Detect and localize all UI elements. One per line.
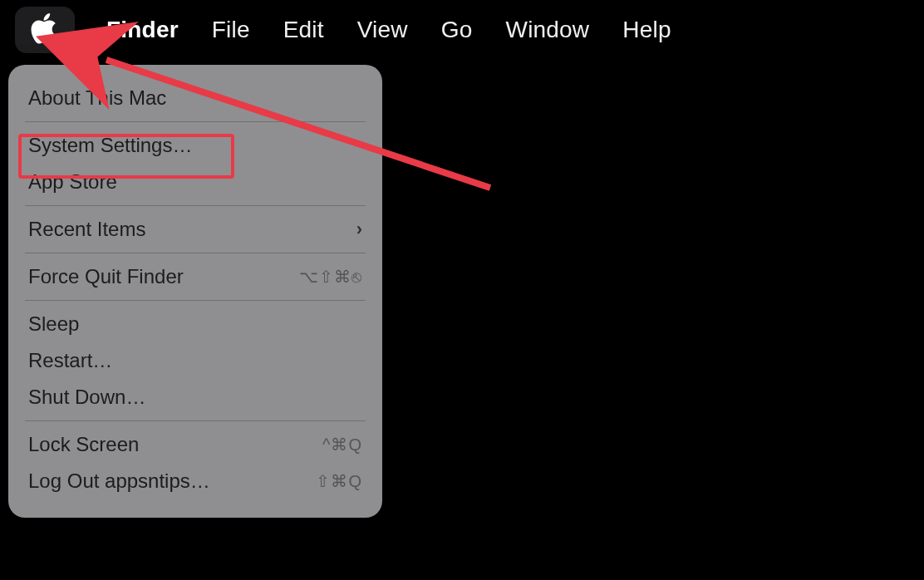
menubar-items: Finder File Edit View Go Window Help — [106, 17, 671, 43]
menubar-item-file[interactable]: File — [212, 17, 250, 43]
menu-item-label: App Store — [28, 170, 117, 194]
menubar: Finder File Edit View Go Window Help — [0, 0, 924, 60]
menubar-app-name[interactable]: Finder — [106, 17, 179, 43]
menu-item-log-out[interactable]: Log Out appsntips… ⇧⌘Q — [23, 463, 367, 499]
menu-item-label: Restart… — [28, 349, 112, 372]
menu-item-restart[interactable]: Restart… — [23, 342, 367, 379]
menu-item-label: Recent Items — [28, 218, 145, 241]
menu-item-label: System Settings… — [28, 134, 192, 157]
menu-item-force-quit[interactable]: Force Quit Finder ⌥⇧⌘⎋ — [23, 258, 367, 295]
menu-separator — [25, 121, 366, 122]
keyboard-shortcut: ⌥⇧⌘⎋ — [299, 267, 362, 287]
menubar-item-view[interactable]: View — [357, 17, 408, 43]
menu-item-label: Lock Screen — [28, 433, 139, 456]
menu-item-system-settings[interactable]: System Settings… — [23, 127, 367, 164]
menu-separator — [25, 300, 366, 301]
menu-item-recent-items[interactable]: Recent Items › — [23, 211, 367, 248]
apple-menu-button[interactable] — [15, 7, 75, 53]
menu-item-label: Shut Down… — [28, 386, 145, 409]
menu-separator — [25, 253, 366, 253]
chevron-right-icon: › — [356, 219, 362, 240]
menu-item-label: Force Quit Finder — [28, 265, 184, 288]
menu-item-app-store[interactable]: App Store — [23, 164, 367, 200]
menu-separator — [25, 205, 366, 206]
apple-dropdown-menu: About This Mac System Settings… App Stor… — [8, 65, 382, 518]
menu-item-label: Sleep — [28, 312, 79, 336]
keyboard-shortcut: ^⌘Q — [322, 435, 362, 455]
menubar-item-window[interactable]: Window — [506, 17, 590, 43]
keyboard-shortcut: ⇧⌘Q — [316, 471, 362, 491]
menu-item-shut-down[interactable]: Shut Down… — [23, 379, 367, 415]
apple-logo-icon — [31, 12, 59, 48]
menu-item-sleep[interactable]: Sleep — [23, 306, 367, 342]
menubar-item-go[interactable]: Go — [441, 17, 473, 43]
menubar-item-help[interactable]: Help — [622, 17, 671, 43]
menu-separator — [25, 420, 366, 421]
menu-item-about-this-mac[interactable]: About This Mac — [23, 80, 367, 116]
menubar-item-edit[interactable]: Edit — [283, 17, 324, 43]
menu-item-lock-screen[interactable]: Lock Screen ^⌘Q — [23, 426, 367, 463]
menu-item-label: About This Mac — [28, 86, 166, 110]
menu-item-label: Log Out appsntips… — [28, 469, 210, 493]
